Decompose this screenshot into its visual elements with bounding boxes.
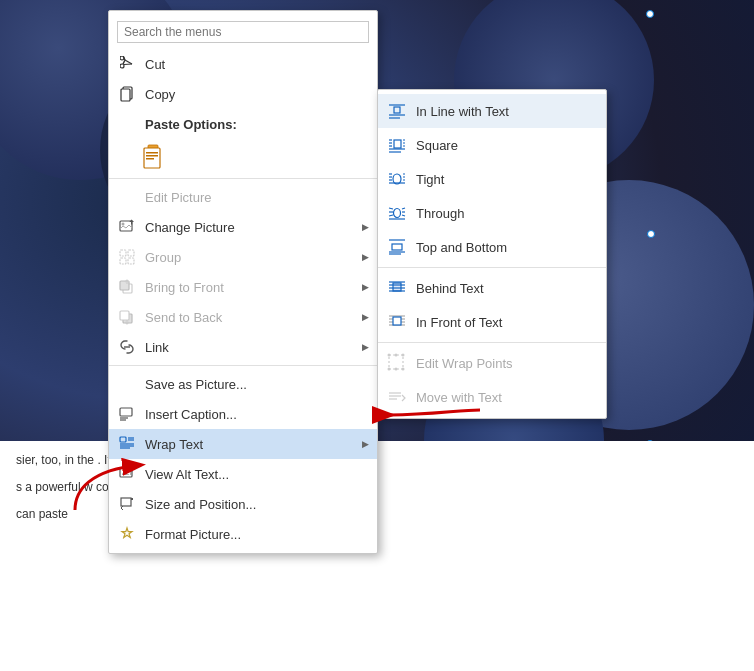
menu-item-copy[interactable]: Copy <box>109 79 377 109</box>
menu-item-edit-picture: Edit Picture <box>109 182 377 212</box>
menu-item-insert-caption[interactable]: Insert Caption... <box>109 399 377 429</box>
cut-label: Cut <box>145 57 365 72</box>
top-bottom-label: Top and Bottom <box>416 240 594 255</box>
separator-1 <box>109 178 377 179</box>
paste-icon-area <box>109 139 377 175</box>
tight-wrap-icon <box>386 168 408 190</box>
link-label: Link <box>145 340 365 355</box>
img-handle-tr[interactable] <box>646 10 654 18</box>
submenu-item-in-front-text[interactable]: In Front of Text <box>378 305 606 339</box>
menu-item-save-picture[interactable]: Save as Picture... <box>109 369 377 399</box>
svg-rect-74 <box>389 355 403 369</box>
svg-line-58 <box>402 215 405 216</box>
send-back-icon <box>117 307 137 327</box>
search-box-container <box>109 15 377 49</box>
paste-options-icon <box>117 114 137 134</box>
svg-line-53 <box>389 208 393 209</box>
top-bottom-wrap-icon <box>386 236 408 258</box>
svg-line-57 <box>389 215 393 216</box>
submenu-item-through[interactable]: Through <box>378 196 606 230</box>
svg-point-79 <box>395 354 398 357</box>
paste-icon-button[interactable] <box>137 141 169 173</box>
svg-rect-32 <box>394 107 400 113</box>
submenu-item-tight[interactable]: Tight <box>378 162 606 196</box>
menu-item-cut[interactable]: Cut <box>109 49 377 79</box>
submenu-item-top-bottom[interactable]: Top and Bottom <box>378 230 606 264</box>
caption-icon <box>117 404 137 424</box>
paste-options-label: Paste Options: <box>145 117 365 132</box>
wrap-text-icon <box>117 434 137 454</box>
change-picture-label: Change Picture <box>145 220 365 235</box>
img-handle-mr[interactable] <box>647 230 655 238</box>
bring-front-label: Bring to Front <box>145 280 365 295</box>
menu-item-link[interactable]: Link <box>109 332 377 362</box>
behind-text-icon <box>386 277 408 299</box>
wrap-text-label: Wrap Text <box>145 437 365 452</box>
edit-picture-label: Edit Picture <box>145 190 365 205</box>
svg-line-3 <box>124 64 132 65</box>
menu-item-change-picture[interactable]: Change Picture <box>109 212 377 242</box>
svg-rect-68 <box>393 283 401 291</box>
svg-rect-60 <box>392 244 402 250</box>
svg-rect-18 <box>120 281 129 290</box>
svg-point-12 <box>122 223 125 226</box>
view-alt-text-label: View Alt Text... <box>145 467 365 482</box>
svg-point-0 <box>120 64 124 68</box>
separator-2 <box>109 365 377 366</box>
menu-item-size-position[interactable]: Size and Position... <box>109 489 377 519</box>
menu-item-wrap-text[interactable]: Wrap Text In Line with Text <box>109 429 377 459</box>
save-picture-icon <box>117 374 137 394</box>
search-input[interactable] <box>117 21 369 43</box>
submenu-separator-2 <box>378 342 606 343</box>
svg-point-77 <box>388 368 391 371</box>
svg-rect-9 <box>146 155 158 157</box>
svg-rect-25 <box>120 437 126 442</box>
link-icon <box>117 337 137 357</box>
svg-point-80 <box>395 368 398 371</box>
square-label: Square <box>416 138 594 153</box>
scissors-icon <box>117 54 137 74</box>
inline-text-label: In Line with Text <box>416 104 594 119</box>
in-front-text-label: In Front of Text <box>416 315 594 330</box>
menu-item-view-alt-text[interactable]: ALT View Alt Text... <box>109 459 377 489</box>
copy-label: Copy <box>145 87 365 102</box>
svg-rect-10 <box>146 158 154 160</box>
send-back-label: Send to Back <box>145 310 365 325</box>
svg-rect-35 <box>394 140 401 148</box>
submenu-item-square[interactable]: Square <box>378 128 606 162</box>
submenu-item-move-text: Move with Text <box>378 380 606 414</box>
format-picture-label: Format Picture... <box>145 527 365 542</box>
size-position-label: Size and Position... <box>145 497 365 512</box>
in-front-text-icon <box>386 311 408 333</box>
size-pos-icon <box>117 494 137 514</box>
svg-point-1 <box>120 56 124 60</box>
svg-rect-5 <box>121 89 130 101</box>
svg-rect-14 <box>128 250 134 256</box>
context-menu: Cut Copy Paste Options: <box>108 10 378 554</box>
svg-rect-16 <box>128 258 134 264</box>
submenu-item-behind-text[interactable]: Behind Text <box>378 271 606 305</box>
submenu-item-inline-text[interactable]: In Line with Text <box>378 94 606 128</box>
submenu-item-edit-wrap: Edit Wrap Points <box>378 346 606 380</box>
alt-text-icon: ALT <box>117 464 137 484</box>
tight-label: Tight <box>416 172 594 187</box>
menu-item-format-picture[interactable]: Format Picture... <box>109 519 377 549</box>
menu-item-paste-options: Paste Options: <box>109 109 377 139</box>
bring-front-icon <box>117 277 137 297</box>
submenu-separator-1 <box>378 267 606 268</box>
svg-line-2 <box>124 60 132 65</box>
edit-wrap-label: Edit Wrap Points <box>416 356 594 371</box>
change-picture-icon <box>117 217 137 237</box>
svg-rect-13 <box>120 250 126 256</box>
menu-item-group: Group <box>109 242 377 272</box>
format-pic-icon <box>117 524 137 544</box>
svg-line-54 <box>402 208 405 209</box>
wrap-text-submenu: In Line with Text <box>377 89 607 419</box>
move-text-label: Move with Text <box>416 390 594 405</box>
square-wrap-icon <box>386 134 408 156</box>
copy-icon <box>117 84 137 104</box>
svg-rect-73 <box>393 317 401 325</box>
edit-picture-icon <box>117 187 137 207</box>
insert-caption-label: Insert Caption... <box>145 407 365 422</box>
svg-rect-8 <box>146 152 158 154</box>
